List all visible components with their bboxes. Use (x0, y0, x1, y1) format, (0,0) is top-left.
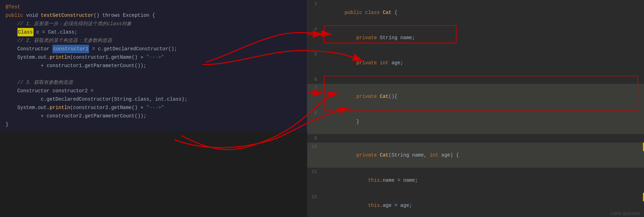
right-line-5: 5 private int age; (307, 50, 644, 75)
left-code-panel: @Test public void testGetConstructor () … (0, 0, 307, 131)
line-content-4: private String name; (321, 25, 641, 50)
watermark: CSDN @yfs1024 (610, 211, 640, 216)
paren2: (constructor2.getName() + (70, 103, 146, 112)
code-line-4: Class c = Cat.class; (0, 28, 307, 36)
line-number-8: 8 (307, 109, 321, 117)
code-line-15: } (0, 120, 307, 129)
line-number-11: 11 (307, 168, 321, 176)
constructor2-type: Constructor constructor2 = (6, 87, 94, 95)
code-line-2: public void testGetConstructor () throws… (0, 11, 307, 20)
code-line-8: + constructor1.getParameterCount()); (0, 62, 307, 70)
sysout1: System.out. (6, 53, 50, 62)
line-content-8: } (321, 109, 641, 134)
right-line-12: 12 this.age = age; (307, 193, 644, 217)
code-line-12: c.getDeclaredConstructor(String.class, i… (0, 95, 307, 103)
code-line-11: Constructor constructor2 = (0, 87, 307, 95)
code-line-14: + constructor2.getParameterCount()); (0, 112, 307, 120)
line-number-7: 7 (307, 84, 321, 92)
method-println1: println (50, 53, 70, 62)
plain-c-cat: c = Cat.class; (34, 28, 77, 36)
code-line-3: // 1、反射第一步：必须先得到这个类的class对象 (0, 20, 307, 28)
right-line-3: 3 public class Cat { (307, 0, 644, 25)
comment-step2: // 2、获取类的某个构造器：无参数构造器 (6, 36, 112, 45)
line-number-6: 6 (307, 75, 321, 84)
right-line-9: 9 (307, 134, 644, 143)
indent2 (6, 45, 17, 53)
line-content-11: this.name = name; (321, 168, 641, 193)
code-line-1: @Test (0, 3, 307, 11)
line-number-5: 5 (307, 50, 321, 59)
left-panel: @Test public void testGetConstructor () … (0, 0, 307, 217)
paren1: (constructor1.getName() + (70, 53, 146, 62)
line-number-3: 3 (307, 0, 321, 8)
method-testGetConstructor: testGetConstructor (41, 11, 94, 20)
code-line-7: System.out. println (constructor1.getNam… (0, 53, 307, 62)
right-line-10: 10 private Cat(String name, int age) { (307, 143, 644, 168)
plain-void: void (23, 11, 40, 20)
line-number-9: 9 (307, 134, 321, 143)
line-number-10: 10 (307, 143, 321, 151)
line-content-10: private Cat(String name, int age) { (321, 143, 641, 168)
plain-throws: () throws Exception { (94, 11, 155, 20)
right-line-11: 11 this.name = name; (307, 168, 644, 193)
code-line-5: // 2、获取类的某个构造器：无参数构造器 (0, 36, 307, 45)
highlight-class: Class (17, 28, 34, 36)
line-number-4: 4 (307, 25, 321, 34)
right-panel: 3 public class Cat { 4 private String na… (307, 0, 644, 217)
code-line-10: // 3、获取有参数构造器 (0, 78, 307, 87)
right-line-7: 7 private Cat(){ (307, 84, 644, 109)
right-line-8: 8 } (307, 109, 644, 134)
line-content-6 (321, 75, 641, 84)
code-line-9 (0, 70, 307, 78)
line-content-5: private int age; (321, 50, 641, 75)
line-content-9 (321, 134, 641, 143)
string-arrow1: "--->" (146, 53, 164, 62)
comment-step1: // 1、反射第一步：必须先得到这个类的class对象 (6, 20, 132, 28)
line-number-12: 12 (307, 193, 321, 201)
highlight-constructor1: constructor1 (52, 45, 89, 53)
annotation-test: @Test (6, 3, 20, 11)
plain-getDeclared: = c.getDeclaredConstructor(); (89, 45, 177, 53)
sysout2: System.out. (6, 103, 50, 112)
comment-step3: // 3、获取有参数构造器 (6, 78, 73, 87)
line-content-3: public class Cat { (321, 0, 641, 25)
code-line-13: System.out. println (constructor2.getNam… (0, 103, 307, 112)
getDeclared2: c.getDeclaredConstructor(String.class, i… (6, 95, 187, 103)
code-line-6: Constructor constructor1 = c.getDeclared… (0, 45, 307, 53)
method-println2: println (50, 103, 70, 112)
constructor-type: Constructor (17, 45, 53, 53)
string-arrow2: "--->" (146, 103, 164, 112)
plus-constructor2: + constructor2.getParameterCount()); (6, 112, 146, 120)
keyword-public: public (6, 11, 23, 20)
indent (6, 28, 17, 36)
line-content-12: this.age = age; (321, 193, 641, 217)
line-content-7: private Cat(){ (321, 84, 641, 109)
right-line-4: 4 private String name; (307, 25, 644, 50)
plus-constructor1: + constructor1.getParameterCount()); (6, 62, 146, 70)
closing-brace: } (6, 120, 8, 129)
right-line-6: 6 (307, 75, 644, 84)
